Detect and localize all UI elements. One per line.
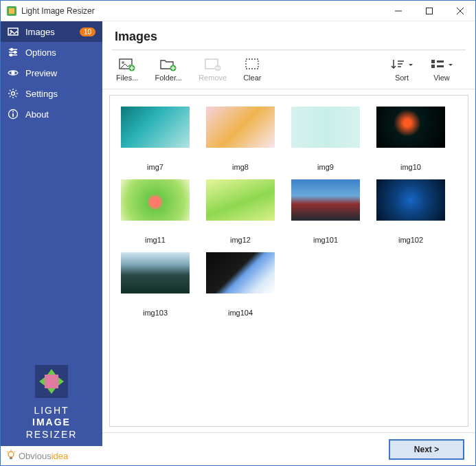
sidebar-item-about[interactable]: About: [1, 104, 102, 124]
obviousidea-link[interactable]: Obviousidea: [1, 446, 102, 465]
clear-icon: [245, 57, 260, 72]
svg-rect-37: [437, 60, 444, 63]
add-folder-button[interactable]: Folder...: [150, 54, 186, 85]
svg-point-20: [8, 452, 14, 457]
view-icon: [430, 57, 453, 72]
gear-icon: [8, 88, 19, 99]
thumbnail-item[interactable]: img101: [284, 177, 367, 247]
window-title: Light Image Resizer: [21, 6, 383, 16]
sliders-icon: [8, 47, 19, 58]
sidebar-item-images[interactable]: Images 10: [1, 21, 102, 42]
titlebar: Light Image Resizer: [1, 1, 475, 21]
thumbnail-item[interactable]: img7: [114, 104, 196, 174]
toolbar: Files... Folder... Remove Clear Sort V: [102, 52, 475, 89]
toolbar-label: View: [433, 74, 450, 82]
thumbnail-item[interactable]: img10: [370, 104, 452, 174]
thumbnail-image: [291, 107, 360, 148]
thumbnail-caption: img7: [147, 163, 163, 171]
sort-icon: [390, 57, 413, 72]
sidebar: Images 10 Options Preview Settings About…: [1, 21, 102, 465]
thumbnail-image: [206, 252, 275, 293]
window-buttons: [383, 1, 475, 21]
svg-point-13: [10, 54, 12, 56]
svg-rect-24: [10, 457, 12, 459]
thumbnail-item[interactable]: img12: [199, 177, 282, 247]
thumbnail-caption: img102: [398, 236, 423, 244]
app-icon: [6, 5, 17, 16]
thumbnail-item[interactable]: img103: [114, 249, 196, 320]
svg-rect-36: [431, 65, 435, 68]
minimize-button[interactable]: [383, 1, 413, 21]
next-button[interactable]: Next >: [389, 439, 464, 460]
toolbar-label: Folder...: [155, 74, 182, 82]
brand-logo: LIGHT IMAGE RESIZER: [1, 357, 102, 447]
info-icon: [8, 109, 19, 120]
footer-text-2: idea: [52, 451, 69, 461]
thumbnail-image: [121, 107, 190, 148]
svg-rect-1: [9, 8, 14, 14]
brand-line-2: IMAGE: [1, 417, 102, 429]
svg-rect-31: [246, 59, 258, 69]
thumbnail-caption: img101: [313, 236, 338, 244]
sidebar-item-label: Preview: [25, 68, 95, 78]
thumbnail-image: [376, 107, 445, 148]
page-title: Images: [115, 30, 463, 44]
brand-logo-icon: [35, 365, 68, 398]
thumbnail-panel: img7img8img9img10img11img12img101img102i…: [109, 95, 468, 427]
sidebar-item-label: Options: [25, 47, 95, 58]
maximize-button[interactable]: [413, 1, 444, 21]
thumbnail-image: [206, 107, 275, 148]
svg-line-22: [7, 452, 8, 453]
sidebar-item-options[interactable]: Options: [1, 42, 102, 63]
toolbar-label: Remove: [199, 74, 227, 82]
svg-point-9: [11, 49, 13, 51]
svg-point-18: [12, 111, 14, 113]
thumbnail-caption: img104: [228, 309, 253, 317]
thumbnail-item[interactable]: img102: [370, 177, 452, 247]
thumbnail-item[interactable]: img8: [199, 104, 282, 174]
thumbnail-caption: img11: [145, 236, 166, 244]
sort-button[interactable]: Sort: [386, 54, 418, 85]
svg-rect-38: [437, 65, 444, 67]
svg-point-26: [122, 61, 124, 64]
sidebar-item-settings[interactable]: Settings: [1, 83, 102, 104]
sidebar-item-label: Settings: [25, 89, 95, 99]
add-files-icon: [119, 57, 135, 72]
svg-rect-19: [45, 375, 58, 388]
thumbnail-caption: img9: [317, 163, 334, 171]
main-pane: Images Files... Folder... Remove Clear: [102, 21, 475, 465]
sidebar-item-label: About: [25, 109, 95, 120]
close-button[interactable]: [444, 1, 475, 21]
bottom-bar: Next >: [102, 432, 475, 465]
thumbnail-image: [121, 179, 190, 221]
toolbar-label: Files...: [116, 74, 138, 82]
svg-point-15: [12, 92, 15, 96]
thumbnail-item[interactable]: img104: [199, 249, 282, 320]
thumbnail-caption: img12: [230, 236, 251, 244]
thumbnail-image: [376, 179, 445, 221]
add-files-button[interactable]: Files...: [112, 54, 142, 85]
thumbnail-image: [291, 179, 360, 221]
thumbnail-image: [206, 179, 275, 221]
add-folder-icon: [160, 57, 177, 72]
thumbnail-image: [121, 252, 190, 293]
thumbnail-item[interactable]: img11: [114, 177, 196, 247]
eye-icon: [8, 67, 19, 78]
svg-line-23: [14, 452, 16, 453]
brand-line-1: LIGHT: [1, 405, 102, 417]
brand-line-3: RESIZER: [1, 429, 102, 441]
sidebar-item-preview[interactable]: Preview: [1, 63, 102, 83]
thumbnail-caption: img103: [143, 309, 168, 317]
footer-text-1: Obvious: [19, 451, 52, 461]
sidebar-badge: 10: [80, 27, 95, 36]
clear-button[interactable]: Clear: [239, 54, 265, 85]
thumbnail-item[interactable]: img9: [284, 104, 367, 174]
svg-rect-35: [431, 60, 435, 63]
remove-button: Remove: [194, 54, 231, 85]
thumbnail-caption: img8: [232, 163, 249, 171]
view-button[interactable]: View: [426, 54, 457, 85]
toolbar-label: Sort: [395, 74, 409, 82]
svg-rect-3: [426, 8, 432, 14]
svg-point-14: [12, 71, 14, 74]
lightbulb-icon: [5, 450, 17, 462]
